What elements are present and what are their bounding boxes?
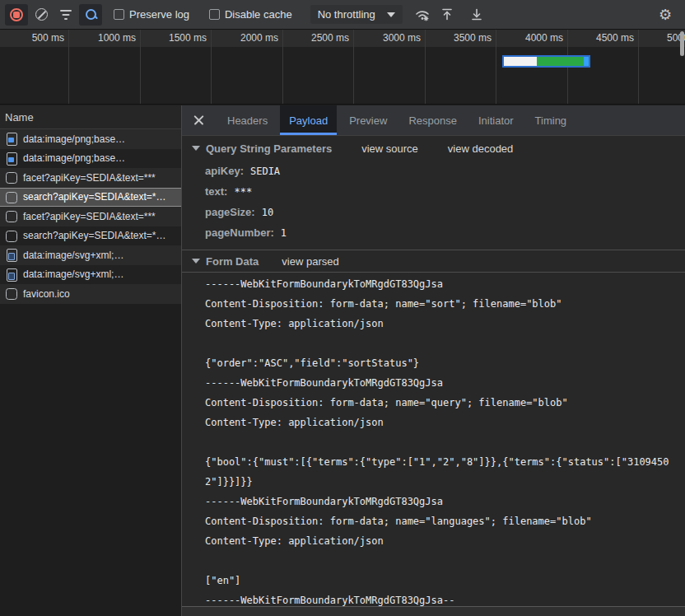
record-button[interactable] <box>5 4 28 26</box>
checkbox-box <box>114 9 124 20</box>
preserve-log-label: Preserve log <box>129 8 189 21</box>
fetch-icon <box>5 230 17 242</box>
close-details-button[interactable] <box>182 105 215 135</box>
disable-cache-checkbox[interactable]: Disable cache <box>209 8 292 21</box>
close-icon <box>193 115 204 126</box>
view-source-link[interactable]: view source <box>361 142 418 155</box>
timeline-tick-label: 500 ms <box>15 32 64 44</box>
request-label: facet?apiKey=SEDIA&text=*** <box>23 172 156 184</box>
view-decoded-link[interactable]: view decoded <box>448 142 514 155</box>
section-title: Form Data <box>206 255 259 268</box>
request-row[interactable]: data:image/svg+xml;… <box>0 245 181 265</box>
settings-gear-icon: ⚙ <box>659 7 672 22</box>
query-param: pageSize: 10 <box>182 202 685 222</box>
settings-button[interactable]: ⚙ <box>654 4 677 26</box>
timeline-gridline <box>353 30 354 104</box>
tab-preview[interactable]: Preview <box>340 105 396 135</box>
svg-file-icon <box>5 249 17 261</box>
checkbox-box <box>209 9 220 20</box>
network-conditions-button[interactable] <box>411 4 434 26</box>
request-label: search?apiKey=SEDIA&text=*… <box>23 230 165 241</box>
clear-icon <box>35 8 48 21</box>
search-icon <box>85 8 97 21</box>
request-row-selected[interactable]: search?apiKey=SEDIA&text=*… <box>0 188 181 208</box>
timeline-gridline <box>425 30 426 104</box>
request-label: facet?apiKey=SEDIA&text=*** <box>23 211 156 222</box>
timeline-tick-label: 3000 ms <box>371 32 421 44</box>
timeline-gridline <box>211 30 212 104</box>
tab-payload[interactable]: Payload <box>280 105 337 135</box>
fetch-icon <box>5 210 17 222</box>
timeline-gridline <box>282 30 283 104</box>
form-data-section-header[interactable]: Form Data view parsed <box>182 250 685 273</box>
preserve-log-checkbox[interactable]: Preserve log <box>114 8 189 21</box>
request-row[interactable]: data:image/png;base… <box>0 149 181 169</box>
timeline-gridline <box>140 30 141 104</box>
fetch-icon <box>5 191 17 203</box>
waterfall-tip-segment <box>584 57 589 66</box>
request-row[interactable]: search?apiKey=SEDIA&text=*… <box>0 226 181 246</box>
param-key: apiKey: <box>205 165 244 177</box>
details-footer-bar <box>182 606 685 616</box>
waterfall-waiting-segment <box>504 57 537 66</box>
disclosure-triangle-icon <box>192 259 200 264</box>
query-params-list: apiKey: SEDIA text: *** pageSize: 10 pag… <box>182 161 685 250</box>
timeline-tick-label: 4500 ms <box>585 32 634 44</box>
request-label: favicon.ico <box>23 288 70 300</box>
import-har-button[interactable] <box>436 4 459 26</box>
name-column-header[interactable]: Name <box>0 105 181 129</box>
throttling-value: No throttling <box>318 8 375 21</box>
fetch-icon <box>5 171 17 184</box>
export-har-button[interactable] <box>465 4 488 26</box>
network-conditions-icon <box>414 7 431 22</box>
timeline-tick-label: 3500 ms <box>442 32 492 44</box>
query-param: pageNumber: 1 <box>182 222 685 243</box>
request-label: data:image/svg+xml;… <box>23 268 123 280</box>
request-waterfall-bar[interactable] <box>502 55 590 68</box>
param-key: pageSize: <box>205 206 255 218</box>
timeline-gridline <box>496 30 496 104</box>
request-label: data:image/png;base… <box>23 133 125 145</box>
overview-scrollbar-thumb[interactable] <box>680 31 684 56</box>
requests-panel: Name data:image/png;base… data:image/png… <box>0 105 181 616</box>
record-icon <box>10 8 23 21</box>
view-parsed-link[interactable]: view parsed <box>282 255 338 268</box>
image-file-icon <box>5 133 17 145</box>
network-toolbar: Preserve log Disable cache No throttling <box>0 0 685 30</box>
request-row[interactable]: facet?apiKey=SEDIA&text=*** <box>0 207 181 226</box>
export-har-icon <box>470 7 483 21</box>
payload-content: Query String Parameters view source view… <box>182 136 685 606</box>
filter-button[interactable] <box>54 4 77 26</box>
search-button[interactable] <box>79 4 102 26</box>
request-details-panel: Headers Payload Preview Response Initiat… <box>181 105 685 616</box>
svg-file-icon <box>5 268 17 281</box>
tab-timing[interactable]: Timing <box>526 105 576 135</box>
request-row[interactable]: data:image/png;base… <box>0 129 181 149</box>
timeline-overview[interactable]: 500 ms 1000 ms 1500 ms 2000 ms 2500 ms 3… <box>0 30 685 105</box>
network-main: Name data:image/png;base… data:image/png… <box>0 105 685 616</box>
clear-button[interactable] <box>30 4 53 26</box>
param-value: SEDIA <box>250 166 280 177</box>
query-param: apiKey: SEDIA <box>182 161 685 181</box>
param-value: 1 <box>281 227 287 239</box>
request-row[interactable]: facet?apiKey=SEDIA&text=*** <box>0 168 181 188</box>
import-har-icon <box>440 7 454 21</box>
section-title: Query String Parameters <box>206 142 332 155</box>
form-data-body: ------WebKitFormBoundarykToMRgdGT83QgJsa… <box>182 273 685 606</box>
tab-response[interactable]: Response <box>399 105 466 135</box>
param-key: pageNumber: <box>205 226 274 239</box>
disable-cache-label: Disable cache <box>225 8 292 21</box>
request-label: search?apiKey=SEDIA&text=*… <box>23 191 165 203</box>
param-value: 10 <box>262 207 273 218</box>
timeline-gridline <box>68 30 69 104</box>
throttling-select[interactable]: No throttling <box>310 5 403 24</box>
tab-initiator[interactable]: Initiator <box>469 105 523 135</box>
filter-icon <box>60 10 72 20</box>
query-param: text: *** <box>182 181 685 202</box>
request-row[interactable]: data:image/svg+xml;… <box>0 265 181 285</box>
timeline-tick-label: 4000 ms <box>514 32 563 44</box>
request-row[interactable]: favicon.ico <box>0 284 181 304</box>
query-string-section-header[interactable]: Query String Parameters view source view… <box>182 136 685 161</box>
request-label: data:image/svg+xml;… <box>23 250 123 261</box>
tab-headers[interactable]: Headers <box>218 105 277 135</box>
